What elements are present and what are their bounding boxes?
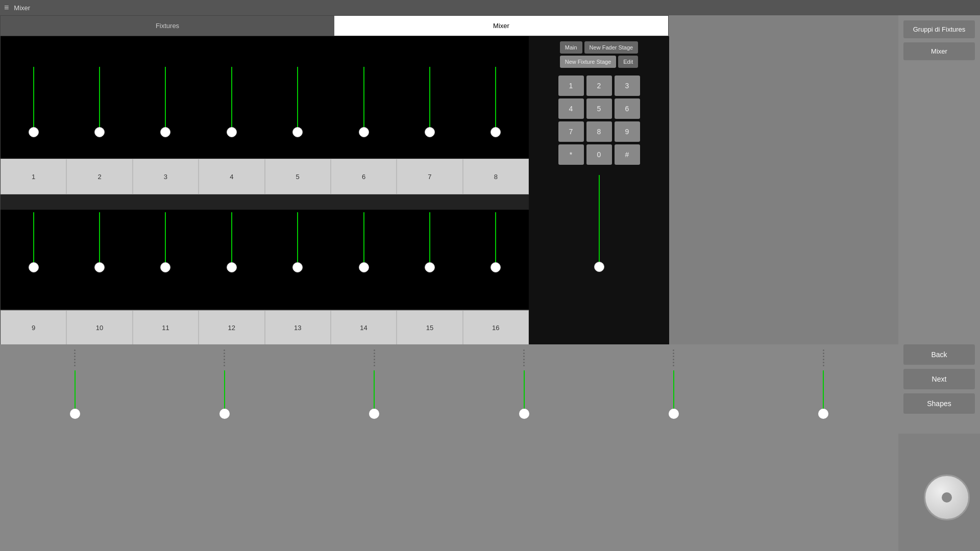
fader-channel-4 [199,36,264,164]
extra-fader[interactable] [594,175,604,287]
dots-5 [673,349,674,366]
num-9[interactable]: 9 [615,121,640,142]
gruppi-di-fixtures-button[interactable]: Gruppi di Fixtures [903,20,975,38]
fader-channel-2 [66,36,132,164]
mixer-panel: Fixtures Mixer [0,15,669,344]
dots-4 [523,349,525,366]
bottom-fader-2 [150,347,299,432]
channel-label-8: 8 [463,159,529,194]
fader-channel-12 [199,210,264,309]
num-7[interactable]: 7 [558,121,584,142]
channel-label-6: 6 [331,159,397,194]
channel-label-1: 1 [1,159,66,194]
channel-label-3: 3 [133,159,199,194]
bottom-faders [1,210,529,309]
bottom-track-4[interactable] [523,370,525,432]
fader-track-2[interactable] [99,67,101,159]
bottom-track-3[interactable] [374,370,375,432]
channel-label-7: 7 [397,159,462,194]
right-controls: Main New Fader Stage New Fixture Stage E… [529,36,669,345]
top-bar: ≡ Mixer [0,0,980,15]
num-1[interactable]: 1 [558,76,584,96]
dots-1 [74,349,76,366]
bottom-track-1[interactable] [74,370,76,432]
channel-label-5: 5 [265,159,331,194]
fader-channel-3 [133,36,199,164]
dots-6 [823,349,824,366]
new-fixture-stage-button[interactable]: New Fixture Stage [560,56,616,68]
bottom-fader-5 [599,347,748,432]
fader-track-8[interactable] [495,67,497,159]
fader-channel-13 [265,210,331,309]
num-star[interactable]: * [558,144,584,165]
channel-label-15: 15 [397,310,462,345]
channel-label-2: 2 [66,159,132,194]
bottom-track-5[interactable] [673,370,674,432]
bottom-track-6[interactable] [823,370,824,432]
bottom-fader-4 [449,347,599,432]
num-0[interactable]: 0 [586,144,612,165]
bottom-fader-1 [0,347,150,432]
channel-label-11: 11 [133,310,199,345]
fader-track-16[interactable] [495,212,497,304]
next-button[interactable]: Next [903,369,975,389]
fader-track-14[interactable] [363,212,364,304]
fader-track-9[interactable] [33,212,34,304]
fader-track-5[interactable] [297,67,299,159]
channel-label-16: 16 [463,310,529,345]
fader-channel-8 [463,36,529,164]
channel-label-9: 9 [1,310,66,345]
fader-track-10[interactable] [99,212,101,304]
fader-channel-7 [397,36,462,164]
fader-channel-5 [265,36,331,164]
channel-label-14: 14 [331,310,397,345]
shapes-button[interactable]: Shapes [903,393,975,414]
stage-buttons: Main New Fader Stage New Fixture Stage E… [534,41,664,68]
fader-track-4[interactable] [231,67,232,159]
top-faders [1,36,529,164]
num-3[interactable]: 3 [615,76,640,96]
dots-2 [224,349,225,366]
new-fader-stage-button[interactable]: New Fader Stage [584,41,639,54]
numpad: 1 2 3 4 5 6 7 8 9 * 0 # [558,76,640,165]
fader-track-12[interactable] [231,212,232,304]
fader-track-13[interactable] [297,212,299,304]
main-button[interactable]: Main [560,41,582,54]
menu-icon[interactable]: ≡ [4,3,9,12]
bottom-track-2[interactable] [224,370,225,432]
fader-track-7[interactable] [429,67,430,159]
back-button[interactable]: Back [903,344,975,365]
num-2[interactable]: 2 [586,76,612,96]
fader-channel-11 [133,210,199,309]
num-hash[interactable]: # [615,144,640,165]
fader-track-15[interactable] [429,212,430,304]
edit-button[interactable]: Edit [618,56,638,68]
fader-channel-9 [1,210,66,309]
action-buttons: Back Next Shapes [898,339,980,419]
tab-mixer[interactable]: Mixer [334,16,668,36]
bottom-area [0,344,898,551]
fader-track-3[interactable] [165,67,166,159]
dial[interactable] [924,474,970,520]
num-5[interactable]: 5 [586,98,612,119]
num-4[interactable]: 4 [558,98,584,119]
fader-track-6[interactable] [363,67,364,159]
dots-3 [374,349,375,366]
dial-center [942,492,952,503]
fader-track-11[interactable] [165,212,166,304]
mixer-button[interactable]: Mixer [903,42,975,60]
fader-channel-6 [331,36,397,164]
fader-channel-10 [66,210,132,309]
channel-label-13: 13 [265,310,331,345]
num-6[interactable]: 6 [615,98,640,119]
channel-label-10: 10 [66,310,132,345]
num-8[interactable]: 8 [586,121,612,142]
fader-track-1[interactable] [33,67,34,159]
tab-fixtures[interactable]: Fixtures [1,16,334,36]
fader-channel-15 [397,210,462,309]
bottom-labels: 9 10 11 12 13 14 15 16 [1,310,529,345]
channel-label-4: 4 [199,159,264,194]
fader-channel-1 [1,36,66,164]
bottom-fader-3 [300,347,449,432]
bottom-fader-6 [749,347,898,432]
